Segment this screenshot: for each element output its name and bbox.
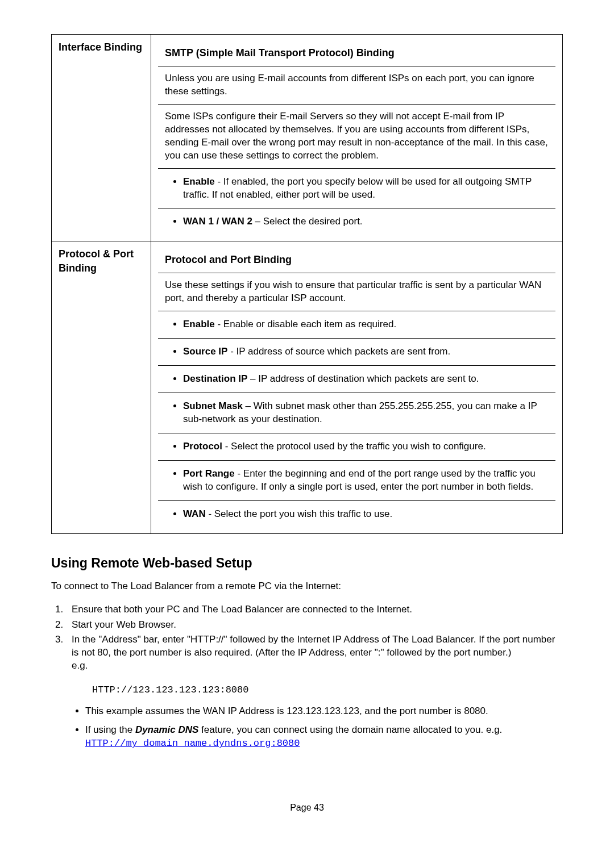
protocol-bullet-protocol: Protocol - Select the protocol used by t…	[158, 433, 555, 460]
row-content-protocol: Protocol and Port Binding Use these sett…	[151, 241, 563, 533]
config-table: Interface Binding SMTP (Simple Mail Tran…	[51, 34, 563, 534]
section-heading: Using Remote Web-based Setup	[51, 554, 563, 572]
step-1: Ensure that both your PC and The Load Ba…	[66, 603, 563, 616]
row-label-interface: Interface Binding	[52, 35, 151, 241]
bottom-item-1: This example assumes the WAN IP Address …	[85, 705, 563, 718]
bottom-item-2: If using the Dynamic DNS feature, you ca…	[85, 724, 563, 750]
code-example-1: HTTP://123.123.123.123:8080	[92, 684, 563, 697]
protocol-bullet-subnet: Subnet Mask – With subnet mask other tha…	[158, 393, 555, 433]
row-content-interface: SMTP (Simple Mail Transport Protocol) Bi…	[151, 35, 563, 241]
smtp-para1: Unless you are using E-mail accounts fro…	[158, 66, 555, 104]
protocol-bullet-sourceip: Source IP - IP address of source which p…	[158, 339, 555, 366]
smtp-bullet-enable: Enable - If enabled, the port you specif…	[158, 168, 555, 208]
protocol-bullet-wan: WAN - Select the port you wish this traf…	[158, 500, 555, 527]
protocol-bullet-enable: Enable - Enable or disable each item as …	[158, 311, 555, 339]
smtp-bullet-wan: WAN 1 / WAN 2 – Select the desired port.	[158, 208, 555, 235]
dyndns-link[interactable]: HTTP://my_domain_name.dyndns.org:8080	[85, 738, 300, 749]
section-intro: To connect to The Load Balancer from a r…	[51, 580, 563, 593]
protocol-heading: Protocol and Port Binding	[165, 254, 292, 265]
step-3: In the "Address" bar, enter "HTTP://" fo…	[66, 633, 563, 673]
step-2: Start your Web Browser.	[66, 619, 563, 632]
protocol-para1: Use these settings if you wish to ensure…	[158, 273, 555, 311]
bottom-list: This example assumes the WAN IP Address …	[51, 705, 563, 750]
protocol-bullet-portrange: Port Range - Enter the beginning and end…	[158, 460, 555, 500]
smtp-heading: SMTP (Simple Mail Transport Protocol) Bi…	[165, 47, 395, 59]
protocol-bullet-destip: Destination IP – IP address of destinati…	[158, 366, 555, 393]
row-label-protocol: Protocol & Port Binding	[52, 241, 151, 533]
smtp-para2: Some ISPs configure their E-mail Servers…	[158, 104, 555, 168]
steps-list: Ensure that both your PC and The Load Ba…	[51, 603, 563, 673]
page-number: Page 43	[51, 802, 563, 814]
